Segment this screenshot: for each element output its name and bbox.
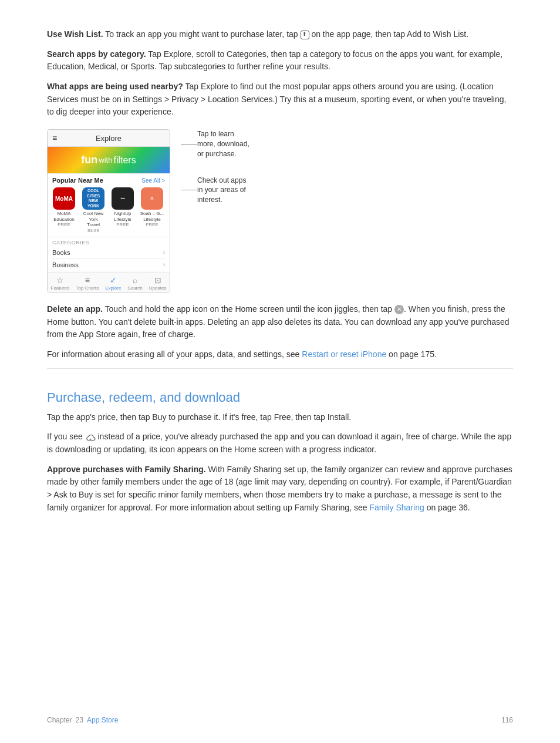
callout-2-line: Check out appsin your areas ofinterest.: [181, 176, 246, 205]
callout-1: Tap to learnmore, download,or purchase.: [181, 129, 249, 159]
ss-categories: CATEGORIES Books › Business ›: [48, 237, 170, 273]
para-delete-app: Delete an app. Touch and hold the app ic…: [47, 303, 513, 341]
share-icon: ⬆: [301, 31, 309, 39]
section-para-1: Tap the app's price, then tap Buy to pur…: [47, 411, 513, 424]
callout-1-text: Tap to learnmore, download,or purchase.: [197, 129, 249, 159]
callout-container: Tap to learnmore, download,or purchase. …: [170, 129, 249, 205]
para-wish-list-text: To track an app you might want to purcha…: [103, 29, 469, 39]
ss-nav-updates-label: Updates: [149, 285, 167, 291]
ss-apps-row: MoMA MoMA Education FREE COOLCITIESNEW Y…: [48, 185, 170, 237]
para-search-category-bold: Search apps by category.: [47, 49, 146, 59]
ss-cat-business-chevron: ›: [163, 261, 165, 268]
ss-app-name-soah: Soah – G...: [140, 211, 164, 217]
ss-nav-featured-label: Featured: [51, 285, 70, 291]
ss-app-price-soah: FREE: [146, 222, 158, 227]
ss-cat-books[interactable]: Books ›: [52, 247, 165, 259]
ss-banner-fun: fun: [81, 154, 97, 166]
para-nearby-apps: What apps are being used nearby? Tap Exp…: [47, 80, 513, 119]
ss-app-price-cool: $3.99: [87, 228, 99, 233]
ss-nav-featured[interactable]: ☆ Featured: [51, 275, 70, 291]
ss-banner-with: with: [99, 156, 112, 164]
ss-app-cat-soah: Lifestyle: [143, 217, 160, 223]
ss-app-cool: COOLCITIESNEW YORK Cool New York Travel …: [80, 187, 106, 233]
ss-nav-top-charts-label: Top Charts: [76, 285, 99, 291]
ss-app-icon-moma: MoMA: [53, 187, 75, 210]
callout-2-text: Check out appsin your areas ofinterest.: [197, 176, 246, 205]
ss-app-name-moma: MoMA: [57, 211, 70, 217]
ss-cat-books-label: Books: [52, 249, 70, 256]
ss-nav-featured-icon: ☆: [56, 275, 64, 285]
ss-banner-filters: filters: [113, 155, 136, 166]
ss-app-icon-soah: S: [141, 187, 163, 210]
section-para3-text2: on page 36.: [424, 503, 470, 512]
section-para2-pre: If you see: [47, 432, 85, 441]
footer-chapter: Chapter 23 App Store: [47, 716, 118, 724]
family-sharing-link[interactable]: Family Sharing: [369, 503, 424, 512]
ss-nav-explore[interactable]: ✓ Explore: [105, 275, 121, 291]
ss-app-night: 〜 NightUp Lifestyle FREE: [110, 187, 136, 233]
para-delete-app-text: Touch and hold the app icon on the Home …: [47, 304, 510, 339]
para-wish-list: Use Wish List. To track an app you might…: [47, 28, 513, 41]
ss-app-cat-night: Lifestyle: [114, 217, 131, 223]
x-close-icon: ✕: [394, 305, 404, 314]
ss-app-price-night: FREE: [116, 222, 129, 227]
ss-app-cat-moma: Education: [53, 217, 75, 223]
footer-chapter-label: Chapter: [47, 716, 72, 724]
ss-nav-search-label: Search: [127, 285, 142, 291]
screenshot-section: ≡ Explore ≡ fun with filters Popular Nea…: [47, 129, 513, 293]
ss-cat-label: CATEGORIES: [52, 240, 165, 246]
ss-nav-explore-icon: ✓: [110, 275, 117, 285]
section-para-3: Approve purchases with Family Sharing. W…: [47, 463, 513, 515]
footer-chapter-title: App Store: [87, 716, 118, 724]
footer-chapter-num: 23: [76, 716, 83, 724]
para-wish-list-bold: Use Wish List.: [47, 29, 103, 39]
ss-nav-search[interactable]: ⌕ Search: [127, 275, 142, 291]
para-search-category: Search apps by category. Tap Explore, sc…: [47, 48, 513, 73]
ss-cat-business[interactable]: Business ›: [52, 259, 165, 271]
ss-cat-books-chevron: ›: [163, 249, 165, 255]
ss-app-soah: S Soah – G... Lifestyle FREE: [139, 187, 165, 233]
ss-nav-updates[interactable]: ⊡ Updates: [149, 275, 167, 291]
ss-app-name-night: NightUp: [114, 211, 131, 217]
ss-nav-top-charts-icon: ≡: [85, 275, 90, 285]
ss-app-price-moma: FREE: [58, 222, 70, 227]
callout-2-dash: [181, 190, 197, 190]
ss-header: ≡ Explore ≡: [48, 130, 170, 147]
para-reset-post: on page 175.: [386, 349, 437, 359]
ss-header-title: Explore: [57, 134, 160, 143]
section-divider: [47, 368, 513, 369]
restart-reset-link[interactable]: Restart or reset iPhone: [302, 349, 386, 359]
ss-nav-updates-icon: ⊡: [154, 275, 161, 285]
ss-nav-search-icon: ⌕: [133, 275, 137, 285]
iphone-screenshot: ≡ Explore ≡ fun with filters Popular Nea…: [47, 129, 170, 293]
ss-popular-title: Popular Near Me: [52, 177, 103, 184]
ss-nav: ☆ Featured ≡ Top Charts ✓ Explore ⌕ Sear…: [48, 273, 170, 292]
ss-nav-top-charts[interactable]: ≡ Top Charts: [76, 275, 99, 291]
para-reset-pre: For information about erasing all of you…: [47, 349, 302, 359]
ss-app-icon-cool: COOLCITIESNEW YORK: [82, 187, 104, 210]
callout-1-dash: [181, 144, 197, 144]
cloud-download-icon: [85, 433, 96, 442]
footer-page-num: 116: [501, 716, 513, 724]
ss-app-cat-cool: Travel: [87, 222, 100, 228]
ss-nav-explore-label: Explore: [105, 285, 121, 291]
ss-banner: fun with filters: [48, 147, 170, 173]
para-nearby-bold: What apps are being used nearby?: [47, 82, 183, 91]
footer: Chapter 23 App Store 116: [0, 716, 560, 724]
ss-app-icon-night: 〜: [112, 187, 134, 210]
section-heading: Purchase, redeem, and download: [47, 390, 513, 405]
ss-app-moma: MoMA MoMA Education FREE: [51, 187, 77, 233]
callout-2: Check out appsin your areas ofinterest.: [181, 176, 249, 205]
callout-1-line: Tap to learnmore, download,or purchase.: [181, 129, 249, 159]
ss-popular-header: Popular Near Me See All >: [48, 173, 170, 185]
ss-see-all[interactable]: See All >: [141, 177, 165, 184]
ss-cat-business-label: Business: [52, 261, 79, 268]
para-reset-info: For information about erasing all of you…: [47, 348, 513, 361]
ss-menu-icon: ≡: [52, 133, 57, 143]
para-delete-app-bold: Delete an app.: [47, 304, 103, 314]
section-para3-bold: Approve purchases with Family Sharing.: [47, 465, 206, 474]
section-para-2: If you see instead of a price, you've al…: [47, 431, 513, 456]
ss-app-name-cool: Cool New York: [80, 211, 106, 222]
section-para2-mid: instead of a price, you've already purch…: [47, 432, 511, 454]
